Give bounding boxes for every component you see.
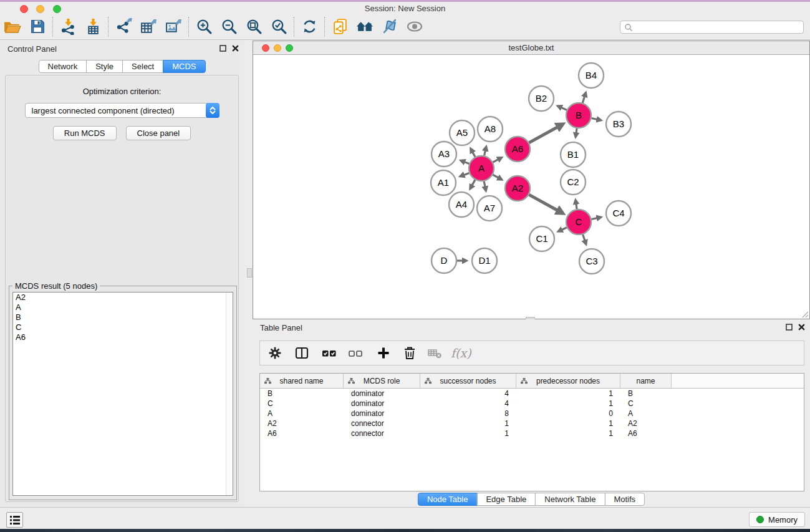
graph-edge-A-A2[interactable] <box>493 175 501 180</box>
graph-edge-A-A7[interactable] <box>484 181 486 191</box>
graph-edge-C-C4[interactable] <box>592 217 601 219</box>
graph-edge-C-C3[interactable] <box>583 235 586 244</box>
column-header-shared-name[interactable]: shared name <box>260 374 344 389</box>
open-session-icon[interactable] <box>327 16 352 38</box>
hide-details-icon[interactable] <box>377 16 402 38</box>
network-window-titlebar[interactable]: testGlobe.txt <box>253 41 809 55</box>
list-icon <box>9 515 21 525</box>
table-row[interactable]: A2connector11A2 <box>260 418 804 428</box>
close-panel-icon[interactable] <box>798 324 805 331</box>
graph-edge-A-A8[interactable] <box>485 147 486 155</box>
table-panel: Table Panel f(x) shared nameMCDS rol <box>253 319 810 507</box>
network-canvas[interactable]: B4B2BB3A8A5A6B1A3AC2A1A2A4A7C4CC1C3DD1 <box>253 55 809 319</box>
search-input[interactable] <box>634 23 803 32</box>
float-panel-icon[interactable] <box>219 45 226 52</box>
column-header-successor-nodes[interactable]: successor nodes <box>420 374 516 389</box>
task-history-button[interactable] <box>6 512 23 528</box>
graph-edge-A-A6[interactable] <box>493 158 502 162</box>
tab-select[interactable]: Select <box>122 60 163 73</box>
save-session-icon[interactable] <box>25 16 50 38</box>
graph-edge-A-A5[interactable] <box>471 148 475 157</box>
deselect-all-rows-icon[interactable] <box>347 342 364 364</box>
result-item[interactable]: A <box>13 302 233 312</box>
graph-edge-A6-B[interactable] <box>529 124 562 143</box>
column-header-MCDS-role[interactable]: MCDS role <box>344 374 420 389</box>
main-toolbar <box>0 14 810 40</box>
column-header-predecessor-nodes[interactable]: predecessor nodes <box>516 374 620 389</box>
table-cell: dominator <box>344 409 420 418</box>
table-cell: dominator <box>344 389 420 398</box>
zoom-fit-icon[interactable] <box>241 16 266 38</box>
node-table[interactable]: shared nameMCDS rolesuccessor nodesprede… <box>259 373 804 491</box>
tab-network[interactable]: Network <box>38 60 87 73</box>
export-network-icon[interactable] <box>111 16 136 38</box>
open-file-icon[interactable] <box>0 16 25 38</box>
export-image-icon[interactable] <box>161 16 186 38</box>
search-field[interactable] <box>620 21 804 34</box>
graph-edge-C-C2[interactable] <box>576 200 577 209</box>
splitter-handle[interactable] <box>247 268 252 278</box>
float-panel-icon[interactable] <box>786 324 793 331</box>
zoom-in-icon[interactable] <box>191 16 216 38</box>
export-table-icon[interactable] <box>136 16 161 38</box>
run-mcds-button[interactable]: Run MCDS <box>53 126 117 140</box>
column-type-icon <box>348 378 355 384</box>
graph-edge-B-B3[interactable] <box>592 118 601 120</box>
graph-node-label: B2 <box>536 93 547 104</box>
result-item[interactable]: B <box>13 312 233 322</box>
graph-edge-A2-C[interactable] <box>529 195 562 213</box>
table-row[interactable]: Bdominator41B <box>260 389 804 399</box>
resize-grip-icon[interactable] <box>801 311 809 318</box>
graph-edge-B-B2[interactable] <box>557 106 566 110</box>
tab-network-table[interactable]: Network Table <box>535 493 605 506</box>
table-cell: 4 <box>420 399 516 408</box>
graph-edge-B-B1[interactable] <box>576 128 577 137</box>
eye-icon[interactable] <box>402 16 427 38</box>
optimization-criterion-dropdown[interactable]: largest connected component (directed) <box>25 103 219 118</box>
table-toolbar: f(x) <box>259 341 804 365</box>
table-cell: 1 <box>516 389 620 398</box>
graph-edge-A-A1[interactable] <box>460 173 469 176</box>
table-cell: A <box>260 409 344 418</box>
add-column-icon[interactable] <box>376 342 391 364</box>
home-icon[interactable] <box>352 16 377 38</box>
result-item[interactable]: A2 <box>13 293 233 302</box>
table-cell: B <box>260 389 344 398</box>
search-icon <box>624 22 634 32</box>
tab-node-table[interactable]: Node Table <box>418 493 478 506</box>
tab-edge-table[interactable]: Edge Table <box>476 493 536 506</box>
network-window-title: testGlobe.txt <box>253 43 809 52</box>
result-item[interactable]: A6 <box>13 332 233 342</box>
zoom-out-icon[interactable] <box>216 16 241 38</box>
graph-edge-A-A3[interactable] <box>461 160 469 163</box>
tab-mcds[interactable]: MCDS <box>163 60 205 73</box>
tab-style[interactable]: Style <box>86 60 123 73</box>
graph-edge-B-B4[interactable] <box>582 93 586 103</box>
delete-column-icon[interactable] <box>403 342 417 364</box>
table-row[interactable]: A6connector11A6 <box>260 428 804 438</box>
control-panel-tabs: NetworkStyleSelectMCDS <box>38 60 205 73</box>
table-settings-icon[interactable] <box>268 342 282 364</box>
memory-button[interactable]: Memory <box>749 512 805 527</box>
select-all-rows-icon[interactable] <box>321 342 337 364</box>
split-panel-icon[interactable] <box>294 342 309 364</box>
import-network-icon[interactable] <box>55 16 80 38</box>
graph-node-label: A5 <box>456 127 468 138</box>
mcds-result-title: MCDS result (5 nodes) <box>12 281 100 291</box>
result-item[interactable]: C <box>13 322 233 332</box>
refresh-icon[interactable] <box>297 16 322 38</box>
column-header-name[interactable]: name <box>620 374 672 389</box>
close-panel-button[interactable]: Close panel <box>126 126 191 140</box>
tab-motifs[interactable]: Motifs <box>604 493 645 506</box>
graph-edge-A-A4[interactable] <box>470 180 475 188</box>
scrollbar-track[interactable] <box>226 293 233 495</box>
mcds-result-list[interactable]: A2ABCA6 <box>12 292 233 496</box>
function-builder-button: f(x) <box>451 342 471 364</box>
graph-edge-C-C1[interactable] <box>558 228 567 231</box>
zoom-selected-icon[interactable] <box>266 16 291 38</box>
close-panel-icon[interactable] <box>232 45 239 52</box>
graph-node-label: A3 <box>438 148 450 159</box>
table-row[interactable]: Adominator80A <box>260 409 804 418</box>
import-table-icon[interactable] <box>80 16 105 38</box>
table-row[interactable]: Cdominator41C <box>260 399 804 409</box>
